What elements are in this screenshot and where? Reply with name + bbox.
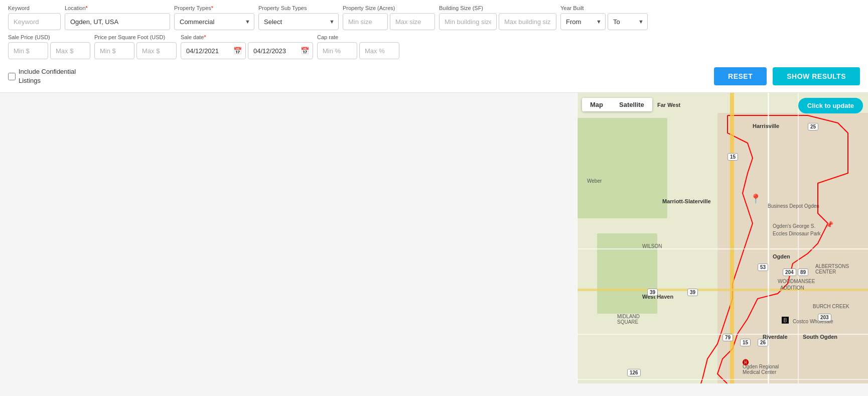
keyword-input[interactable] [8, 13, 61, 30]
property-sub-types-select[interactable]: Select Office Retail Industrial [258, 13, 339, 30]
click-to-update-button[interactable]: Click to update [798, 98, 863, 113]
cap-rate-min-input[interactable] [317, 42, 357, 59]
property-size-min-input[interactable] [343, 13, 388, 30]
location-input[interactable] [65, 13, 170, 30]
map-left-divider [577, 93, 577, 383]
road-h1 [577, 248, 868, 249]
business-depot-label: Business Depot Ogden [768, 203, 819, 209]
location-label: Location* [65, 5, 170, 11]
filter-section: Keyword Location* Property Types* Commer… [0, 0, 868, 93]
sale-price-min-input[interactable] [8, 42, 48, 59]
harrisville-label: Harrisville [753, 123, 779, 129]
map-tab-satellite[interactable]: Satellite [611, 98, 652, 111]
hw-26-badge: 26 [758, 339, 768, 346]
building-size-min-input[interactable] [439, 13, 497, 30]
eccles-dino-label: Eccles Dinosaur Park [773, 231, 821, 236]
green-area-west [577, 118, 667, 218]
confidential-checkbox-label[interactable]: Include ConfidentialListings [8, 67, 76, 85]
hw-39-badge-1: 39 [647, 289, 658, 296]
ogden-george-label: Ogden's George S. [773, 223, 815, 229]
property-types-label: Property Types* [174, 5, 254, 11]
south-ogden-label: South Ogden [803, 334, 837, 340]
costco-pin: 🅱 [782, 316, 789, 324]
results-panel [0, 93, 577, 383]
hw-79-badge: 79 [722, 334, 733, 341]
property-types-select[interactable]: Commercial Residential Industrial Land [174, 13, 254, 30]
building-size-max-input[interactable] [499, 13, 556, 30]
hw-204-badge: 204 [783, 269, 796, 276]
filter-row-2: Sale Price (USD) Price per Square Foot (… [8, 34, 860, 59]
hw-53-badge: 53 [758, 263, 768, 271]
marriott-slaterville-label: Marriott-Slaterville [662, 198, 711, 204]
year-built-to-select[interactable]: To 196019701980 199020002010 20202023 [608, 13, 648, 30]
hw-126-badge: 126 [627, 369, 641, 376]
sale-date-group: Sale date* 📅 📅 [181, 34, 313, 59]
action-row: Include ConfidentialListings RESET SHOW … [8, 63, 860, 87]
property-types-group: Property Types* Commercial Residential I… [174, 5, 254, 30]
filter-row-1: Keyword Location* Property Types* Commer… [8, 5, 860, 30]
sale-price-group: Sale Price (USD) [8, 34, 90, 59]
price-per-sqft-min-input[interactable] [94, 42, 134, 59]
property-size-group: Property Size (Acres) [343, 5, 435, 30]
sale-date-from-input[interactable] [181, 42, 246, 59]
ogden-label: Ogden [773, 253, 790, 259]
property-types-select-wrapper: Commercial Residential Industrial Land ▼ [174, 13, 254, 30]
hw-25-badge: 25 [808, 123, 818, 130]
road-v2 [798, 93, 799, 383]
property-size-label: Property Size (Acres) [343, 5, 435, 11]
museum-pin: 📌 [825, 221, 833, 228]
cap-rate-label: Cap rate [317, 34, 399, 40]
map-panel: Map Satellite Click to update Far West H… [577, 93, 868, 383]
building-size-label: Building Size (SF) [439, 5, 556, 11]
building-size-group: Building Size (SF) [439, 5, 556, 30]
far-west-label: Far West [657, 102, 680, 108]
year-built-group: Year Built From 195019601970 19801990200… [560, 5, 648, 30]
price-per-sqft-group: Price per Square Foot (USD) [94, 34, 177, 59]
property-sub-types-group: Property Sub Types Select Office Retail … [258, 5, 339, 30]
property-size-max-input[interactable] [390, 13, 435, 30]
year-built-from-select[interactable]: From 195019601970 198019902000 20102020 [560, 13, 606, 30]
cap-rate-group: Cap rate [317, 34, 399, 59]
year-built-from-wrapper: From 195019601970 198019902000 20102020 … [560, 13, 606, 30]
sale-date-to-wrapper: 📅 [248, 42, 313, 59]
midland-square-label: MIDLANDSQUARE [617, 314, 640, 325]
sale-date-to-input[interactable] [248, 42, 313, 59]
road-h3 [577, 379, 868, 380]
highway-39-road [577, 289, 868, 291]
sale-price-max-input[interactable] [50, 42, 90, 59]
hw-15-badge: 15 [728, 153, 738, 161]
cap-rate-max-input[interactable] [359, 42, 399, 59]
woodmansee-addition-label: ADDITION [780, 285, 804, 291]
map-controls: Map Satellite [582, 98, 652, 111]
hw-203-badge: 203 [818, 314, 831, 321]
map-location-pin: 📍 [750, 193, 761, 204]
sale-date-label: Sale date* [181, 34, 313, 40]
hw-39-badge-2: 39 [687, 289, 698, 296]
woodmansee-label: WOODMANSEE [778, 279, 815, 284]
keyword-label: Keyword [8, 5, 61, 11]
year-built-to-wrapper: To 196019701980 199020002010 20202023 ▼ [608, 13, 648, 30]
sale-price-label: Sale Price (USD) [8, 34, 90, 40]
property-sub-types-select-wrapper: Select Office Retail Industrial ▼ [258, 13, 339, 30]
hw-15-badge2: 15 [740, 339, 751, 346]
price-per-sqft-max-input[interactable] [136, 42, 177, 59]
price-per-sqft-label: Price per Square Foot (USD) [94, 34, 177, 40]
hospital-pin: 🅗 [743, 359, 749, 366]
burch-creek-label: BURCH CREEK [813, 304, 849, 309]
reset-button[interactable]: RESET [714, 67, 767, 85]
main-content: Map Satellite Click to update Far West H… [0, 93, 868, 383]
albertsons-label: ALBERTSONSCENTER [815, 263, 849, 275]
year-built-label: Year Built [560, 5, 648, 11]
property-sub-types-label: Property Sub Types [258, 5, 339, 11]
weber-label: Weber [587, 178, 602, 184]
hw-89-badge: 89 [798, 269, 808, 276]
location-group: Location* [65, 5, 170, 30]
keyword-group: Keyword [8, 5, 61, 30]
wilson-label: WILSON [642, 243, 662, 249]
show-results-button[interactable]: SHOW RESULTS [773, 67, 860, 85]
map-tab-map[interactable]: Map [582, 98, 611, 111]
confidential-text: Include ConfidentialListings [19, 67, 76, 85]
confidential-checkbox[interactable] [8, 73, 16, 80]
sale-date-from-wrapper: 📅 [181, 42, 246, 59]
